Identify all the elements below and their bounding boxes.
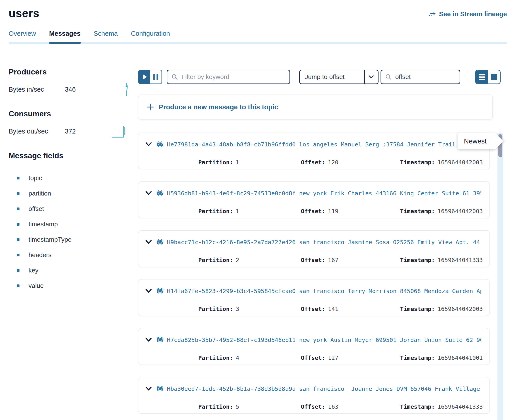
tab-label: Overview: [9, 30, 36, 37]
partition-value: 1: [236, 159, 239, 166]
message-row[interactable]: �� H5936db81-b943-4e0f-8c29-74513e0c0d8f…: [138, 181, 490, 218]
timestamp-value: 1659644042003: [438, 208, 483, 215]
view-mode-toggle[interactable]: [475, 70, 501, 84]
list-view-icon: [479, 74, 485, 80]
pause-button[interactable]: [150, 70, 162, 83]
page-title: users: [9, 7, 39, 20]
message-field-item[interactable]: partition: [9, 186, 129, 201]
message-field-item[interactable]: headers: [9, 247, 129, 263]
bytes-in-sparkline: [124, 82, 129, 96]
square-bullet-icon: [17, 238, 19, 241]
message-field-item[interactable]: timestampType: [9, 232, 129, 247]
timestamp-value: 1659644041333: [438, 257, 483, 263]
tab-label: Messages: [49, 30, 81, 37]
field-item-label: headers: [29, 251, 51, 259]
timestamp-value: 1659644042003: [438, 306, 483, 312]
bytes-out-sparkline: [111, 124, 129, 138]
newest-tooltip-label: Newest: [464, 137, 486, 145]
message-field-item[interactable]: timestamp: [9, 217, 129, 232]
partition-value: 3: [236, 306, 239, 312]
pause-icon: [153, 74, 158, 80]
message-field-item[interactable]: value: [9, 278, 129, 293]
plus-icon: [147, 104, 154, 110]
message-field-item[interactable]: key: [9, 263, 129, 278]
produce-message-label: Produce a new message to this topic: [159, 103, 278, 111]
offset-search-box[interactable]: [381, 70, 460, 84]
sidebar: Producers Bytes in/sec 346 Consumers Byt…: [9, 68, 129, 293]
jump-to-offset-select[interactable]: Jump to offset: [299, 70, 378, 84]
square-bullet-icon: [17, 223, 19, 226]
partition-label: Partition:: [198, 159, 233, 166]
scrollbar-track[interactable]: [497, 132, 503, 420]
partition-value: 5: [236, 403, 239, 410]
tab[interactable]: Configuration: [131, 30, 170, 44]
message-fields-list: topic partition offset timestamp: [9, 170, 129, 293]
message-row[interactable]: �� H7cda825b-35b7-4952-88ef-c193d546eb11…: [138, 328, 490, 365]
message-field-item[interactable]: offset: [9, 201, 129, 217]
keyword-filter-box[interactable]: [167, 70, 290, 84]
square-bullet-icon: [17, 285, 19, 287]
timestamp-value: 1659644041001: [438, 354, 483, 361]
offset-value: 167: [328, 257, 339, 263]
partition-label: Partition:: [198, 257, 233, 263]
produce-message-button[interactable]: Produce a new message to this topic: [138, 95, 493, 120]
tab-label: Configuration: [131, 30, 170, 37]
expand-chevron-icon[interactable]: [145, 387, 152, 391]
tab[interactable]: Messages: [49, 30, 81, 44]
message-meta: Partition:3 Offset:141 Timestamp:1659644…: [145, 299, 481, 319]
expand-chevron-icon[interactable]: [145, 338, 152, 342]
tab[interactable]: Overview: [9, 30, 36, 44]
field-item-label: key: [29, 267, 39, 274]
expand-chevron-icon[interactable]: [145, 289, 152, 293]
expand-chevron-icon[interactable]: [145, 142, 152, 147]
offset-value: 120: [328, 159, 339, 166]
jump-to-offset-label: Jump to offset: [305, 73, 345, 81]
message-field-item[interactable]: topic: [9, 170, 129, 186]
message-fields-block: Message fields topic partition offset: [9, 151, 129, 293]
keyword-filter-input[interactable]: [181, 73, 285, 81]
timestamp-label: Timestamp:: [400, 403, 435, 410]
message-meta: Partition:1 Offset:120 Timestamp:1659644…: [145, 152, 481, 172]
partition-label: Partition:: [198, 403, 233, 410]
tab[interactable]: Schema: [94, 30, 118, 44]
message-row[interactable]: �� H14fa67fe-5823-4299-b3c4-595845cfcae0…: [138, 279, 490, 316]
offset-search-input[interactable]: [395, 73, 477, 81]
list-view-button[interactable]: [476, 70, 488, 83]
main-panel: Jump to offset: [138, 70, 501, 420]
partition-value: 2: [236, 257, 239, 263]
timestamp-label: Timestamp:: [400, 354, 435, 361]
square-bullet-icon: [17, 208, 19, 210]
consumers-metric-row: Bytes out/sec 372: [9, 126, 129, 136]
timestamp-label: Timestamp:: [400, 159, 435, 166]
offset-label: Offset:: [301, 208, 325, 215]
field-item-label: offset: [29, 205, 44, 212]
message-row[interactable]: �� Hba30eed7-1edc-452b-8b1a-738d3b5d8a9a…: [138, 377, 490, 414]
page-header: users See in Stream lineage: [9, 7, 507, 20]
expand-chevron-icon[interactable]: [145, 240, 152, 244]
partition-label: Partition:: [198, 208, 233, 215]
offset-value: 127: [328, 354, 339, 361]
offset-label: Offset:: [301, 403, 325, 410]
offset-value: 163: [328, 403, 339, 410]
tab-bar: Overview Messages Schema Configuration: [9, 30, 507, 44]
timestamp-value: 1659644042003: [438, 159, 483, 166]
play-icon: [143, 75, 147, 79]
partition-label: Partition:: [198, 306, 233, 312]
lineage-arrow-icon: [429, 11, 436, 18]
message-row[interactable]: �� He77981da-4a43-48ab-b8f8-cb71b96ffdd0…: [138, 133, 490, 169]
search-icon: [171, 74, 178, 80]
expand-chevron-icon[interactable]: [145, 191, 152, 195]
lineage-link-label: See in Stream lineage: [439, 10, 507, 18]
offset-label: Offset:: [301, 159, 325, 166]
chevron-down-icon[interactable]: [364, 70, 378, 83]
play-button[interactable]: [139, 70, 150, 83]
message-row[interactable]: �� H9bacc71c-b12c-4216-8e95-2a7da727e426…: [138, 230, 490, 267]
square-bullet-icon: [17, 177, 19, 180]
field-item-label: timestampType: [29, 236, 72, 243]
play-pause-toggle[interactable]: [138, 70, 162, 84]
square-bullet-icon: [17, 269, 19, 272]
field-item-label: partition: [29, 190, 51, 197]
columns-view-button[interactable]: [488, 70, 500, 83]
stream-lineage-link[interactable]: See in Stream lineage: [429, 10, 507, 18]
timestamp-label: Timestamp:: [400, 257, 435, 263]
